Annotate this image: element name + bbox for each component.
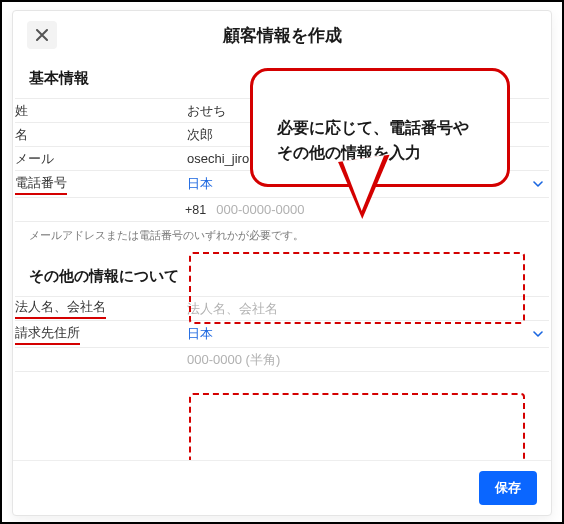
basic-info-table: 姓 名 メール 電話番号 日本 bbox=[15, 98, 549, 222]
row-phone-number: +81 bbox=[15, 198, 549, 222]
chevron-down-icon bbox=[533, 179, 543, 189]
create-customer-modal: 顧客情報を作成 基本情報 姓 名 メール 電話番号 bbox=[12, 10, 552, 516]
input-first-name[interactable] bbox=[185, 123, 549, 146]
input-phone[interactable] bbox=[214, 198, 549, 221]
dial-code: +81 bbox=[185, 203, 206, 217]
row-phone-country: 電話番号 日本 bbox=[15, 171, 549, 198]
label-phone: 電話番号 bbox=[15, 174, 67, 195]
close-button[interactable] bbox=[27, 21, 57, 49]
modal-title: 顧客情報を作成 bbox=[57, 24, 537, 47]
row-last-name: 姓 bbox=[15, 99, 549, 123]
modal-footer: 保存 bbox=[13, 460, 551, 515]
section-title-other: その他の情報について bbox=[15, 261, 549, 296]
modal-scroll-area[interactable]: 基本情報 姓 名 メール 電話番号 bbox=[13, 63, 551, 460]
input-billing-zip[interactable] bbox=[185, 348, 549, 371]
row-billing-zip bbox=[15, 348, 549, 372]
label-billing: 請求先住所 bbox=[15, 324, 80, 345]
phone-country-value: 日本 bbox=[187, 175, 213, 193]
row-company: 法人名、会社名 bbox=[15, 297, 549, 321]
other-info-table: 法人名、会社名 請求先住所 日本 bbox=[15, 296, 549, 372]
row-billing-country: 請求先住所 日本 bbox=[15, 321, 549, 348]
app-frame: 顧客情報を作成 基本情報 姓 名 メール 電話番号 bbox=[0, 0, 564, 524]
section-title-basic: 基本情報 bbox=[15, 63, 549, 98]
label-email: メール bbox=[15, 150, 54, 168]
input-email[interactable] bbox=[185, 147, 549, 170]
input-company[interactable] bbox=[185, 297, 549, 320]
label-last-name: 姓 bbox=[15, 102, 28, 120]
input-last-name[interactable] bbox=[185, 99, 549, 122]
row-email: メール bbox=[15, 147, 549, 171]
row-first-name: 名 bbox=[15, 123, 549, 147]
save-button[interactable]: 保存 bbox=[479, 471, 537, 505]
modal-header: 顧客情報を作成 bbox=[13, 11, 551, 63]
label-company: 法人名、会社名 bbox=[15, 298, 106, 319]
email-phone-helper: メールアドレスまたは電話番号のいずれかが必要です。 bbox=[15, 222, 549, 261]
chevron-down-icon bbox=[533, 329, 543, 339]
select-phone-country[interactable]: 日本 bbox=[185, 171, 549, 197]
close-icon bbox=[36, 29, 48, 41]
label-first-name: 名 bbox=[15, 126, 28, 144]
select-billing-country[interactable]: 日本 bbox=[185, 321, 549, 347]
annotation-box-other bbox=[189, 393, 525, 460]
billing-country-value: 日本 bbox=[187, 325, 213, 343]
